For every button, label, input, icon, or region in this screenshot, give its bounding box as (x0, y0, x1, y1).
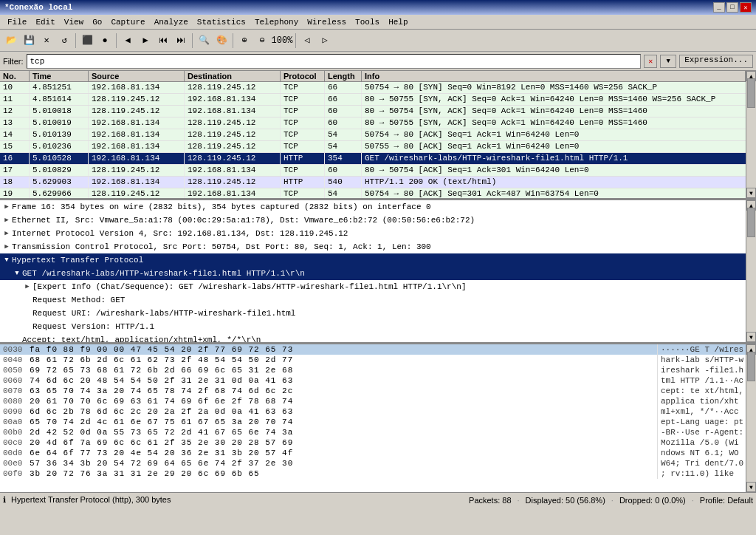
hex-bytes: 68 61 72 6b 2d 6c 61 62 73 2f 48 54 54 5… (30, 355, 657, 365)
toolbar-sep-4 (233, 33, 233, 48)
minimize-button[interactable]: _ (713, 2, 725, 13)
list-item[interactable]: Accept: text/html, application/xhtml+xml… (0, 333, 756, 344)
col-header-time[interactable]: Time (30, 71, 89, 81)
menu-bar: File Edit View Go Capture Analyze Statis… (0, 15, 756, 30)
detail-scroll-down[interactable]: ▼ (746, 332, 756, 342)
menu-telephony[interactable]: Telephony (250, 17, 303, 27)
toolbar-zoom-reset[interactable]: 100% (272, 33, 292, 49)
detail-scrollbar[interactable]: ▲ ▼ (746, 200, 756, 342)
detail-scroll-thumb[interactable] (747, 208, 755, 237)
toolbar-save[interactable]: 💾 (21, 33, 37, 49)
list-item[interactable]: ▶[Expert Info (Chat/Sequence): GET /wire… (0, 280, 756, 293)
filter-clear-button[interactable]: ✕ (644, 55, 657, 68)
toolbar-find[interactable]: 🔍 (196, 33, 212, 49)
hex-bytes: 69 72 65 73 68 61 72 6b 2d 66 69 6c 65 3… (30, 365, 657, 375)
expand-icon[interactable]: ▼ (12, 268, 22, 279)
col-header-len[interactable]: Length (325, 71, 362, 81)
packet-cell: 60 (325, 106, 362, 117)
packet-list-scrollbar[interactable]: ▲ ▼ (746, 71, 756, 198)
menu-go[interactable]: Go (88, 17, 106, 27)
list-item[interactable]: ▶Transmission Control Protocol, Src Port… (0, 240, 756, 253)
expand-icon[interactable]: ▶ (1, 241, 12, 253)
list-item[interactable]: ▶Internet Protocol Version 4, Src: 192.1… (0, 227, 756, 240)
tree-item-label: Ethernet II, Src: Vmware_5a:a1:78 (00:0c… (12, 214, 475, 226)
menu-view[interactable]: View (60, 17, 88, 27)
list-item[interactable]: ▶Ethernet II, Src: Vmware_5a:a1:78 (00:0… (0, 214, 756, 227)
menu-analyze[interactable]: Analyze (150, 17, 193, 27)
table-row[interactable]: 104.851251192.168.81.134128.119.245.12TC… (0, 82, 756, 94)
list-item[interactable]: ▶Frame 16: 354 bytes on wire (2832 bits)… (0, 200, 756, 214)
toolbar: 📂 💾 ✕ ↺ ⬛ ● ◀ ▶ ⏮ ⏭ 🔍 🎨 ⊕ ⊖ 100% ◁ ▷ (0, 30, 756, 52)
filter-expression-button[interactable]: Expression... (679, 55, 753, 68)
table-row[interactable]: 155.010236192.168.81.134128.119.245.12TC… (0, 141, 756, 153)
close-button[interactable]: ✕ (740, 2, 752, 13)
toolbar-resize-right[interactable]: ▷ (317, 33, 333, 49)
expand-icon[interactable]: ▶ (1, 214, 12, 226)
expand-icon[interactable]: ▶ (22, 281, 32, 293)
col-header-proto[interactable]: Protocol (281, 71, 325, 81)
expand-icon[interactable]: ▼ (1, 254, 12, 266)
hex-row: 007063 65 70 74 3a 20 74 65 78 74 2f 68 … (0, 386, 756, 396)
packet-cell: 128.119.245.12 (89, 188, 185, 200)
list-item[interactable]: Request Method: GET (0, 293, 756, 307)
packet-cell: 17 (0, 165, 30, 176)
hex-scroll-thumb[interactable] (747, 352, 755, 381)
maximize-button[interactable]: □ (726, 2, 738, 13)
packet-cell: HTTP/1.1 200 OK (text/html) (362, 177, 756, 188)
packet-cell: 80 → 50755 [SYN, ACK] Seq=0 Ack=1 Win=64… (362, 117, 756, 129)
hex-ascii: ; rv:11.0) like (657, 468, 753, 479)
toolbar-resize-left[interactable]: ◁ (299, 33, 315, 49)
filter-input[interactable] (27, 54, 642, 69)
tree-item-label: Internet Protocol Version 4, Src: 192.16… (12, 228, 348, 239)
hex-scrollbar[interactable]: ▲ ▼ (746, 344, 756, 492)
scroll-down-button[interactable]: ▼ (746, 188, 756, 198)
list-item[interactable]: Request URI: /wireshark-labs/HTTP-wiresh… (0, 307, 756, 320)
menu-statistics[interactable]: Statistics (193, 17, 250, 27)
toolbar-start-capture[interactable]: ● (97, 33, 113, 49)
packet-cell: 14 (0, 129, 30, 140)
table-row[interactable]: 114.851614128.119.245.12192.168.81.134TC… (0, 94, 756, 106)
hex-row: 00e057 36 34 3b 20 54 72 69 64 65 6e 74 … (0, 458, 756, 468)
toolbar-last[interactable]: ⏭ (173, 33, 189, 49)
table-row[interactable]: 145.010139192.168.81.134128.119.245.12TC… (0, 129, 756, 141)
hex-offset: 0050 (3, 365, 30, 375)
filter-dropdown-button[interactable]: ▼ (660, 55, 676, 68)
toolbar-close[interactable]: ✕ (38, 33, 55, 49)
menu-wireless[interactable]: Wireless (303, 17, 351, 27)
menu-help[interactable]: Help (384, 17, 412, 27)
menu-tools[interactable]: Tools (351, 17, 384, 27)
table-row[interactable]: 175.010829128.119.245.12192.168.81.134TC… (0, 165, 756, 177)
table-row[interactable]: 185.629903192.168.81.134128.119.245.12HT… (0, 177, 756, 188)
list-item[interactable]: ▼GET /wireshark-labs/HTTP-wireshark-file… (0, 267, 756, 280)
toolbar-zoom-in[interactable]: ⊕ (236, 33, 252, 49)
toolbar-zoom-out[interactable]: ⊖ (254, 33, 270, 49)
toolbar-stop[interactable]: ⬛ (79, 33, 95, 49)
expand-icon[interactable]: ▶ (1, 228, 12, 239)
status-icon: ℹ (3, 495, 6, 504)
hex-ascii: ireshark -file1.h (657, 365, 753, 375)
menu-file[interactable]: File (3, 17, 31, 27)
table-row[interactable]: 165.010528192.168.81.134128.119.245.12HT… (0, 153, 756, 165)
hex-offset: 0090 (3, 406, 30, 417)
expand-icon[interactable]: ▶ (1, 201, 12, 213)
tree-item-label: Request Version: HTTP/1.1 (32, 321, 154, 333)
hex-scroll-down[interactable]: ▼ (746, 482, 756, 492)
scroll-thumb[interactable] (747, 78, 755, 108)
col-header-info[interactable]: Info (362, 71, 746, 81)
menu-edit[interactable]: Edit (31, 17, 59, 27)
col-header-no[interactable]: No. (0, 71, 30, 81)
toolbar-open[interactable]: 📂 (3, 33, 19, 49)
table-row[interactable]: 125.010018128.119.245.12192.168.81.134TC… (0, 106, 756, 117)
toolbar-reload[interactable]: ↺ (56, 33, 72, 49)
table-row[interactable]: 135.010019192.168.81.134128.119.245.12TC… (0, 117, 756, 129)
list-item[interactable]: Request Version: HTTP/1.1 (0, 320, 756, 333)
toolbar-first[interactable]: ⏮ (155, 33, 171, 49)
table-row[interactable]: 195.629966128.119.245.12192.168.81.134TC… (0, 188, 756, 200)
toolbar-forward[interactable]: ▶ (137, 33, 154, 49)
col-header-src[interactable]: Source (89, 71, 185, 81)
toolbar-back[interactable]: ◀ (120, 33, 136, 49)
list-item[interactable]: ▼Hypertext Transfer Protocol (0, 253, 756, 267)
menu-capture[interactable]: Capture (106, 17, 149, 27)
col-header-dst[interactable]: Destination (185, 71, 281, 81)
toolbar-colorize[interactable]: 🎨 (213, 33, 230, 49)
